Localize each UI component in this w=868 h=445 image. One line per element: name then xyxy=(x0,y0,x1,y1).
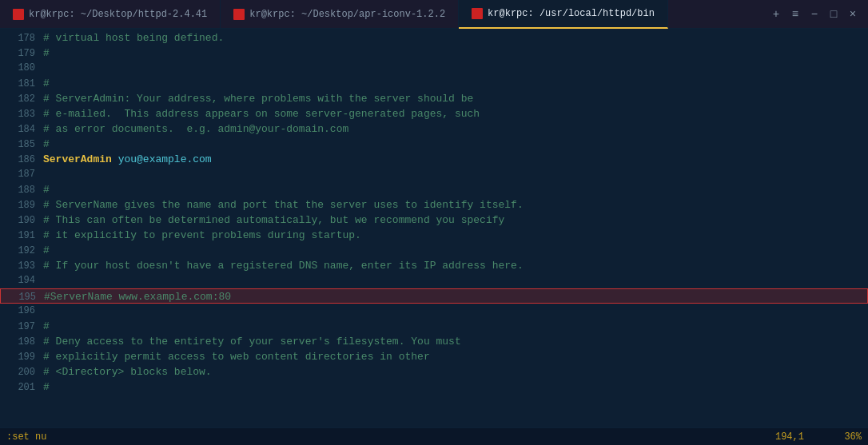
editor-line: 198# Deny access to the entirety of your… xyxy=(0,334,868,349)
line-number: 194 xyxy=(6,273,35,288)
statusbar-command: :set nu xyxy=(6,431,46,443)
editor-line: 178# virtual host being defined. xyxy=(0,30,868,46)
line-content: # e-mailed. This address appears on some… xyxy=(43,106,480,121)
line-number: 185 xyxy=(6,137,35,153)
menu-button[interactable]: ≡ xyxy=(788,7,802,22)
editor-line: 190# This can often be determined automa… xyxy=(0,213,868,228)
editor-line: 196 xyxy=(0,304,868,319)
editor-line: 189# ServerName gives the name and port … xyxy=(0,197,868,213)
editor-line: 191# it explicitly to prevent problems d… xyxy=(0,228,868,243)
line-number: 186 xyxy=(6,153,35,168)
line-content: # xyxy=(43,182,50,197)
editor-line: 186ServerAdmin you@example.com xyxy=(0,152,868,167)
line-number: 191 xyxy=(6,228,35,244)
new-tab-button[interactable]: + xyxy=(769,7,783,22)
editor-line: 180 xyxy=(0,61,868,76)
titlebar: kr@krpc: ~/Desktop/httpd-2.4.41kr@krpc: … xyxy=(0,0,868,29)
editor-line: 185# xyxy=(0,137,868,152)
line-content: #ServerName www.example.com:80 xyxy=(44,289,231,304)
line-number: 196 xyxy=(6,304,35,319)
line-content: # xyxy=(43,243,50,258)
line-content: # xyxy=(43,379,50,395)
statusbar: :set nu 194,1 36% xyxy=(0,427,868,445)
line-content: # This can often be determined automatic… xyxy=(43,213,504,228)
tab-1[interactable]: kr@krpc: ~/Desktop/httpd-2.4.41 xyxy=(0,0,221,29)
directive-value: you@example.com xyxy=(112,153,212,165)
line-number: 192 xyxy=(6,244,35,259)
line-content: # xyxy=(43,319,50,334)
directive-keyword: ServerAdmin xyxy=(43,153,112,165)
minimize-button[interactable]: − xyxy=(807,7,822,22)
line-number: 183 xyxy=(6,107,35,122)
editor-line: 187 xyxy=(0,167,868,182)
line-number: 181 xyxy=(6,77,35,92)
statusbar-position: 194,1 36% xyxy=(775,431,862,443)
line-number: 179 xyxy=(6,46,35,62)
line-content: # xyxy=(43,46,50,61)
editor: 178# virtual host being defined.179#1801… xyxy=(0,29,868,427)
editor-line: 194 xyxy=(0,273,868,288)
close-button[interactable]: × xyxy=(846,7,860,22)
editor-line: 200# <Directory> blocks below. xyxy=(0,364,868,379)
line-content: ServerAdmin you@example.com xyxy=(43,152,212,167)
tab-label: kr@krpc: /usr/local/httpd/bin xyxy=(488,8,655,19)
line-content: # it explicitly to prevent problems duri… xyxy=(43,228,361,243)
editor-line: 197# xyxy=(0,319,868,334)
line-number: 200 xyxy=(6,365,35,380)
line-number: 190 xyxy=(6,213,35,228)
line-content: # ServerAdmin: Your address, where probl… xyxy=(43,91,473,106)
line-content: # as error documents. e.g. admin@your-do… xyxy=(43,121,348,137)
line-number: 197 xyxy=(6,320,35,335)
line-content: # Deny access to the entirety of your se… xyxy=(43,334,461,349)
line-number: 201 xyxy=(6,380,35,395)
editor-line: 192# xyxy=(0,243,868,258)
line-content: # xyxy=(43,76,50,91)
line-number: 187 xyxy=(6,167,35,182)
maximize-button[interactable]: □ xyxy=(826,7,841,22)
tab-label: kr@krpc: ~/Desktop/apr-iconv-1.2.2 xyxy=(249,9,445,20)
line-content: # virtual host being defined. xyxy=(43,30,224,46)
line-number: 188 xyxy=(6,183,35,198)
editor-line: 195#ServerName www.example.com:80 xyxy=(0,288,868,304)
line-content: # If your host doesn't have a registered… xyxy=(43,258,524,273)
line-number: 178 xyxy=(6,31,35,46)
line-number: 198 xyxy=(6,335,35,350)
line-number: 189 xyxy=(6,198,35,213)
line-number: 199 xyxy=(6,350,35,365)
line-content: # ServerName gives the name and port tha… xyxy=(43,197,524,213)
terminal-icon xyxy=(13,9,24,20)
tab-bar: kr@krpc: ~/Desktop/httpd-2.4.41kr@krpc: … xyxy=(0,0,761,29)
line-content: # <Directory> blocks below. xyxy=(43,364,212,379)
line-number: 193 xyxy=(6,259,35,274)
tab-label: kr@krpc: ~/Desktop/httpd-2.4.41 xyxy=(29,9,207,20)
line-content: # xyxy=(43,137,50,152)
editor-line: 188# xyxy=(0,182,868,197)
editor-line: 201# xyxy=(0,379,868,395)
line-number: 184 xyxy=(6,122,35,137)
editor-content: 178# virtual host being defined.179#1801… xyxy=(0,29,868,427)
editor-line: 181# xyxy=(0,76,868,91)
editor-line: 184# as error documents. e.g. admin@your… xyxy=(0,121,868,137)
editor-line: 193# If your host doesn't have a registe… xyxy=(0,258,868,273)
editor-line: 182# ServerAdmin: Your address, where pr… xyxy=(0,91,868,106)
tab-2[interactable]: kr@krpc: ~/Desktop/apr-iconv-1.2.2 xyxy=(221,0,459,29)
editor-line: 183# e-mailed. This address appears on s… xyxy=(0,106,868,121)
tab-3[interactable]: kr@krpc: /usr/local/httpd/bin xyxy=(459,0,668,29)
terminal-icon xyxy=(233,9,245,20)
titlebar-actions: + ≡ − □ × xyxy=(761,7,868,22)
line-number: 182 xyxy=(6,92,35,107)
line-content: # explicitly permit access to web conten… xyxy=(43,349,430,364)
editor-line: 179# xyxy=(0,46,868,61)
editor-line: 199# explicitly permit access to web con… xyxy=(0,349,868,364)
terminal-icon xyxy=(472,8,483,19)
line-number: 180 xyxy=(6,61,35,76)
